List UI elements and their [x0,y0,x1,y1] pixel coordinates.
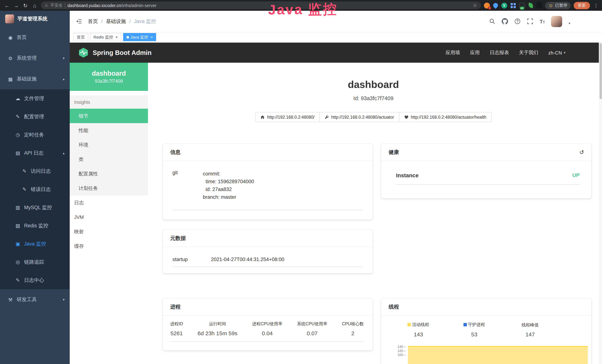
extension-icon-5[interactable]: on [519,2,525,8]
sidebar-item-config-manage[interactable]: ✎ 配置管理 [0,107,70,126]
sidebar-item-access-log[interactable]: ✎ 访问日志 [0,162,70,180]
sba-item-config-props[interactable]: 配置属性 [70,167,148,181]
url-text[interactable]: dashboard.yudao.iocoder.cn/infra/admin-s… [67,3,157,8]
sba-nav-wallboard[interactable]: 应用墙 [446,49,460,56]
sidebar-item-label: Java 监控 [24,240,46,247]
sidebar-item-java-monitor[interactable]: ▣ Java 监控 [0,235,70,253]
link-actuator-url[interactable]: http://192.168.0.2:48080/actuator [319,112,399,122]
breadcrumb-separator: / [129,19,131,24]
card-title: 线程 [389,304,399,310]
paused-chip[interactable]: ☺ 已暂停 [545,2,571,9]
extension-icon-4[interactable] [510,3,516,8]
link-label: http://192.168.0.2:48080/actuator/health [411,115,486,119]
security-label[interactable]: 不安全 [50,3,63,8]
font-size-icon[interactable]: TT [540,18,545,25]
scrollbar-thumb[interactable] [599,43,602,99]
sidebar-item-redis-monitor[interactable]: ▧ Redis 监控 [0,217,70,235]
link-service-url[interactable]: http://192.168.0.2:48080/ [255,112,320,122]
update-button[interactable]: 更新 [574,2,590,9]
forward-icon[interactable]: → [13,2,19,8]
spring-boot-admin: Spring Boot Admin 应用墙 应用 日志报表 关于我们 zh-CN… [70,43,599,364]
sba-nav-journal[interactable]: 日志报表 [490,49,509,56]
extension-letter: V [503,3,505,7]
close-icon[interactable]: × [115,35,118,39]
search-icon[interactable] [489,18,495,24]
sba-logo-icon [78,47,89,58]
y-tick: 100 [389,353,406,357]
sidebar-item-home[interactable]: ◉ 首页 [0,27,70,48]
sidebar-item-label: 配置管理 [24,113,44,120]
link-label: http://192.168.0.2:48080/actuator [331,115,394,119]
avatar[interactable] [551,16,562,27]
sba-item-performance[interactable]: 性能 [70,123,148,138]
bookmark-star-icon[interactable]: ☆ [473,3,477,8]
threads-chart: 140 120 100 [389,345,588,364]
locale-select[interactable]: zh-CN ▾ [548,50,566,55]
page-scrollbar[interactable] [599,43,602,364]
sba-item-caches[interactable]: 缓存 [70,239,148,253]
sidebar-item-scheduled-jobs[interactable]: ◷ 定时任务 [0,126,70,144]
reload-icon[interactable]: ↻ [22,2,29,8]
y-tick: 140 [389,345,406,349]
extension-icon-1[interactable]: 1 [484,2,490,8]
sba-item-logs[interactable]: 日志 [70,195,148,210]
instance-header[interactable]: dashboard 93a3fc7f7409 [70,63,148,91]
sba-item-details[interactable]: 细节 [70,109,148,123]
info-value: commit: time: 1596289704000 id: 27aa832 … [203,170,254,201]
sidebar-item-dev-tools[interactable]: ⚒ 研发工具 ▾ [0,289,70,310]
tag-label: 首页 [77,34,85,40]
sidebar-logo[interactable]: 芋道管理系统 [0,11,70,27]
tags-view: 首页 Redis 监控 × Java 监控 × [70,32,602,43]
sba-nav-applications[interactable]: 应用 [470,49,480,56]
tag-java-monitor[interactable]: Java 监控 × [123,33,156,41]
sidebar-item-log-center[interactable]: ✎ 日志中心 [0,271,70,289]
breadcrumb-home[interactable]: 首页 [88,18,98,25]
insights-group: Insights 细节 性能 环境 类 配置属性 计划任务 [70,95,148,195]
status-badge: UP [572,172,580,178]
chevron-up-icon: ▴ [63,151,64,155]
breadcrumb-infra[interactable]: 基础设施 [106,18,126,25]
sba-sidebar: dashboard 93a3fc7f7409 Insights 细节 性能 环境… [70,63,148,364]
extension-on-badge: on [520,7,524,10]
health-instance-label: Instance [396,172,419,178]
back-icon[interactable]: ← [4,2,10,8]
sidebar-item-trace[interactable]: ◎ 链路追踪 [0,253,70,271]
chevron-up-icon: ▴ [63,77,64,81]
sidebar-item-file-manage[interactable]: ☁ 文件管理 [0,89,70,107]
tag-redis-monitor[interactable]: Redis 监控 × [90,33,121,41]
extension-icon-2[interactable] [492,2,499,9]
sba-item-environment[interactable]: 环境 [70,138,148,152]
sba-item-mappings[interactable]: 映射 [70,224,148,239]
home-icon: ◉ [7,35,13,40]
refresh-icon[interactable]: ↺ [579,149,584,156]
heart-icon [404,115,408,119]
link-health-url[interactable]: http://192.168.0.2:48080/actuator/health [399,112,492,122]
sba-item-scheduled-tasks[interactable]: 计划任务 [70,181,148,195]
legend-peak-threads: 线程峰值 147 [502,321,558,337]
extensions-puzzle-icon[interactable] [536,3,542,8]
sidebar-item-infra[interactable]: ▦ 基础设施 ▴ [0,69,70,89]
sba-item-jvm[interactable]: JVM [70,210,148,224]
sidebar-item-error-log[interactable]: ✎ 错误日志 [0,180,70,198]
card-title: 进程 [170,304,181,310]
help-icon[interactable] [515,18,521,24]
sba-brand-title[interactable]: Spring Boot Admin [93,49,152,57]
url-bar[interactable]: ⚠ 不安全 dashboard.yudao.iocoder.cn/infra/a… [41,1,481,9]
fullscreen-icon[interactable] [527,18,533,24]
sba-nav-about[interactable]: 关于我们 [519,49,538,56]
sba-item-classes[interactable]: 类 [70,152,148,167]
browser-home-icon[interactable]: ⌂ [32,2,38,8]
link-label: http://192.168.0.2:48080/ [267,115,315,119]
github-icon[interactable] [502,18,508,24]
sidebar-item-api-log[interactable]: ▤ API 日志 ▴ [0,144,70,162]
sidebar-item-system[interactable]: ⚙ 系统管理 ▾ [0,48,70,69]
sidebar-item-mysql-monitor[interactable]: ▥ MySQL 监控 [0,198,70,217]
close-icon[interactable]: × [150,35,153,39]
tag-home[interactable]: 首页 [74,33,88,41]
collapse-sidebar-icon[interactable] [76,18,82,24]
avatar-caret-icon[interactable]: ▾ [569,21,570,25]
extension-icon-6[interactable] [528,3,534,8]
header-actions: TT ▾ [489,16,570,27]
extension-icon-3[interactable]: V [501,2,507,8]
browser-menu-icon[interactable]: ⋮ [594,3,599,8]
